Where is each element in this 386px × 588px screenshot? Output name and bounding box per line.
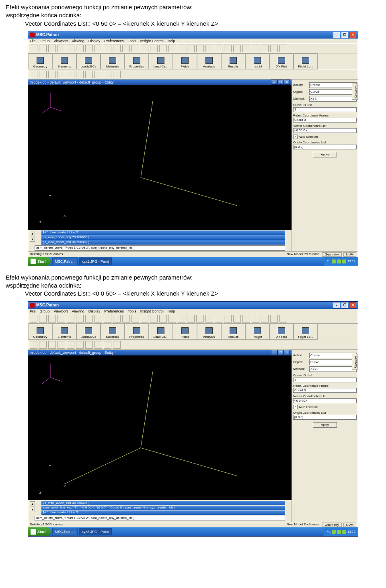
- toolbar-button[interactable]: [196, 315, 204, 323]
- toolbar-button[interactable]: [233, 315, 241, 323]
- tab-xyplot[interactable]: XY Plot: [269, 324, 294, 340]
- tab-geometry[interactable]: Geometry: [28, 53, 52, 69]
- tab-fields[interactable]: Fields: [173, 324, 197, 340]
- tab-results[interactable]: Results: [221, 53, 245, 69]
- start-button[interactable]: Start: [28, 527, 51, 536]
- tab-analysis[interactable]: Analysis: [197, 324, 221, 340]
- tray-icon[interactable]: [342, 530, 346, 534]
- menu-insight[interactable]: Insight Control: [140, 309, 164, 313]
- history-scroll-down[interactable]: ▼: [30, 237, 35, 242]
- tab-loads[interactable]: Loads/BCs: [76, 324, 101, 340]
- toolbar-button[interactable]: [187, 45, 195, 52]
- tray-icon[interactable]: [332, 259, 336, 263]
- toolbar-button[interactable]: [30, 45, 37, 52]
- toolbar-button[interactable]: [30, 315, 37, 323]
- history-scroll-down[interactable]: ▼: [30, 507, 35, 512]
- menu-insight[interactable]: Insight Control: [140, 39, 164, 43]
- toolbar-button[interactable]: [30, 71, 37, 78]
- method-select[interactable]: XYZ: [309, 366, 357, 372]
- menu-viewport[interactable]: Viewport: [54, 39, 68, 43]
- toolbar-button[interactable]: [57, 341, 65, 349]
- auto-execute-checkbox[interactable]: ✓: [293, 405, 298, 409]
- minimize-button[interactable]: –: [333, 32, 340, 38]
- object-select[interactable]: Curve: [309, 359, 357, 365]
- menu-tools[interactable]: Tools: [128, 39, 136, 43]
- close-button[interactable]: ✕: [349, 302, 356, 308]
- toolbar-button[interactable]: [252, 45, 259, 52]
- lang-indicator[interactable]: PL: [326, 530, 331, 533]
- tab-loadcase[interactable]: Load Ca...: [149, 53, 173, 69]
- toolbar-button[interactable]: [122, 315, 130, 323]
- toolbar-button[interactable]: [113, 71, 121, 78]
- toolbar-button[interactable]: [159, 45, 167, 52]
- toolbar-button[interactable]: [252, 315, 259, 323]
- toolbar-button[interactable]: [57, 45, 65, 52]
- tray-icon[interactable]: [337, 530, 341, 534]
- toolbar-button[interactable]: [178, 45, 185, 52]
- toolbar-button[interactable]: [57, 315, 65, 323]
- refer-frame-input[interactable]: Coord 0: [293, 388, 357, 393]
- origin-coord-input[interactable]: [0 0 0]: [293, 415, 357, 420]
- menu-file[interactable]: File: [30, 309, 36, 313]
- toolbar-button[interactable]: [94, 71, 102, 78]
- toolbar-button[interactable]: [104, 45, 111, 52]
- history-scroll-up[interactable]: ▲: [30, 501, 35, 506]
- toolbar-button[interactable]: [233, 45, 241, 52]
- start-button[interactable]: Start: [28, 257, 51, 266]
- right-tab-geometry[interactable]: Geometry: [352, 84, 358, 100]
- taskbar-app[interactable]: MSC.Patran: [52, 257, 78, 265]
- toolbar-button[interactable]: [39, 315, 47, 323]
- toolbar-button[interactable]: [242, 45, 250, 52]
- toolbar-button[interactable]: [85, 341, 93, 349]
- apply-button[interactable]: -Apply-: [313, 152, 337, 157]
- toolbar-button[interactable]: [76, 341, 84, 349]
- curve-id-input[interactable]: 4: [293, 378, 357, 382]
- toolbar-button[interactable]: [67, 341, 74, 349]
- tab-properties[interactable]: Properties: [125, 53, 149, 69]
- toolbar-button[interactable]: [131, 315, 139, 323]
- toolbar-button[interactable]: [104, 71, 111, 78]
- tab-results[interactable]: Results: [221, 324, 245, 340]
- tab-geometry[interactable]: Geometry: [28, 324, 52, 340]
- toolbar-button[interactable]: [261, 45, 269, 52]
- tab-fields[interactable]: Fields: [173, 53, 197, 69]
- viewport-close[interactable]: ✕: [284, 350, 290, 355]
- menu-help[interactable]: Help: [168, 39, 175, 43]
- tab-xyplot[interactable]: XY Plot: [269, 53, 294, 69]
- toolbar-button[interactable]: [85, 315, 93, 323]
- toolbar-button[interactable]: [67, 315, 74, 323]
- menu-preferences[interactable]: Preferences: [104, 39, 124, 43]
- toolbar-button[interactable]: [141, 45, 148, 52]
- toolbar-button[interactable]: [48, 315, 56, 323]
- menu-group[interactable]: Group: [40, 309, 50, 313]
- toolbar-button[interactable]: [279, 45, 287, 52]
- viewport-minimize[interactable]: –: [271, 350, 277, 355]
- menu-viewing[interactable]: Viewing: [72, 39, 84, 43]
- auto-execute-checkbox[interactable]: ✓: [293, 135, 298, 139]
- tab-materials[interactable]: Materials: [101, 53, 125, 69]
- tab-elements[interactable]: Elements: [52, 324, 76, 340]
- toolbar-button[interactable]: [94, 341, 102, 349]
- maximize-button[interactable]: ❐: [341, 302, 348, 308]
- refer-frame-input[interactable]: Coord 0: [293, 118, 357, 122]
- menu-help[interactable]: Help: [168, 309, 175, 313]
- tab-insight[interactable]: Insight: [245, 324, 269, 340]
- viewport-canvas[interactable]: X Y Z: [28, 355, 292, 500]
- toolbar-button[interactable]: [205, 315, 213, 323]
- tab-elements[interactable]: Elements: [52, 53, 76, 69]
- tray-icon[interactable]: [337, 259, 341, 263]
- menu-viewport[interactable]: Viewport: [54, 309, 68, 313]
- tab-flight[interactable]: Flight Lo...: [294, 324, 318, 340]
- tab-loadcase[interactable]: Load Ca...: [149, 324, 173, 340]
- toolbar-button[interactable]: [150, 45, 158, 52]
- close-button[interactable]: ✕: [349, 32, 356, 38]
- toolbar-button[interactable]: [113, 315, 121, 323]
- toolbar-button[interactable]: [150, 315, 158, 323]
- tab-loads[interactable]: Loads/BCs: [76, 53, 101, 69]
- toolbar-button[interactable]: [242, 315, 250, 323]
- tab-flight[interactable]: Flight Lo...: [294, 53, 318, 69]
- tab-insight[interactable]: Insight: [245, 53, 269, 69]
- toolbar-button[interactable]: [270, 315, 278, 323]
- vector-coord-input[interactable]: <0 0 50>: [293, 398, 357, 403]
- toolbar-button[interactable]: [104, 315, 111, 323]
